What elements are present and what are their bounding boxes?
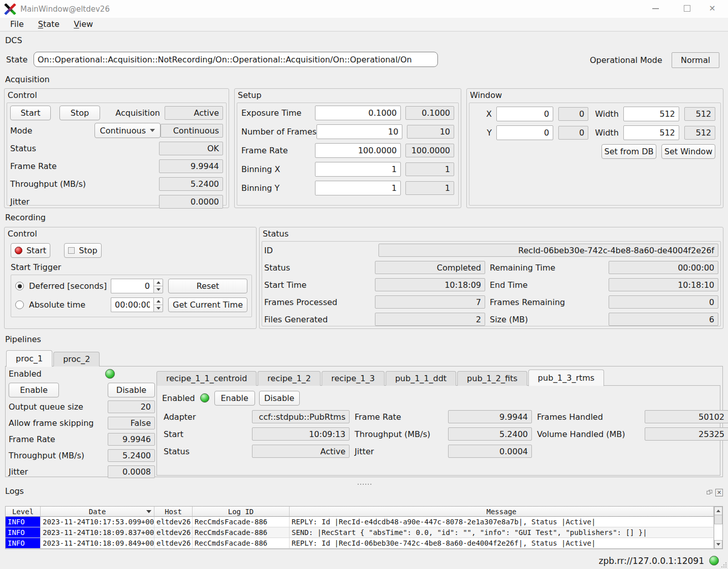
proc1-jitter-label: Jitter	[9, 467, 28, 477]
window-width2-actual: 512	[684, 126, 715, 140]
acq-status-value: OK	[159, 142, 223, 155]
logs-scrollbar[interactable]	[714, 507, 722, 549]
recording-section-label: Recording	[5, 213, 46, 222]
spin-up-icon[interactable]	[154, 298, 163, 305]
logs-header-host[interactable]: Host	[154, 507, 193, 517]
log-cell-level: INFO	[6, 527, 41, 538]
tab-proc-1[interactable]: proc_1	[6, 350, 52, 367]
remaining-time-value: 00:00:00	[609, 261, 718, 274]
minimize-icon[interactable]	[644, 0, 667, 17]
acq-acquisition-label: Acquisition	[115, 108, 160, 118]
dcs-state-field[interactable]	[34, 52, 438, 67]
start-time-value: 10:18:09	[375, 278, 485, 291]
logs-header-log-id[interactable]: Log ID	[193, 507, 290, 517]
window-x-label: X	[474, 109, 492, 119]
log-cell-date: 2023-11-24T10:17:53.099+0000	[41, 517, 154, 527]
splitter-handle[interactable]	[0, 480, 728, 485]
end-time-value: 10:18:10	[609, 278, 718, 291]
pub13-enable-button[interactable]: Enable	[214, 391, 255, 406]
proc1-disable-button[interactable]: Disable	[108, 383, 155, 397]
window-x-input[interactable]	[496, 107, 553, 121]
setup-binning-x-input[interactable]	[315, 162, 401, 177]
close-icon[interactable]: ✕	[701, 0, 724, 17]
window-y-input[interactable]	[496, 125, 553, 140]
log-cell-date: 2023-11-24T10:18:09.849+0000	[41, 538, 154, 549]
logs-float-button[interactable]	[706, 489, 713, 496]
pub13-volume-handled-value: 25325	[645, 427, 728, 441]
acq-start-button[interactable]: Start	[10, 106, 51, 120]
tab-recipe-1-1-centroid[interactable]: recipe_1_1_centroid	[156, 371, 257, 386]
tab-proc-2[interactable]: proc_2	[53, 352, 100, 366]
pub13-disable-button[interactable]: Disable	[259, 391, 300, 406]
acquisition-control-frame: Start Stop Acquisition Active Mode Conti…	[7, 103, 227, 206]
logs-header-message[interactable]: Message	[290, 507, 714, 517]
setup-row-label: Binning X	[241, 164, 280, 174]
tab-pub-1-1-ddt[interactable]: pub_1_1_ddt	[386, 371, 456, 386]
setup-frame-rate-input[interactable]	[315, 143, 401, 158]
pub13-jitter-value: 0.0004	[448, 445, 532, 458]
pub13-frame-rate-label: Frame Rate	[355, 412, 443, 422]
acq-frame-rate-value: 9.9944	[159, 159, 223, 173]
set-window-button[interactable]: Set Window	[661, 144, 715, 159]
resize-grip[interactable]	[720, 561, 726, 567]
logs-close-button[interactable]: ✕	[715, 489, 723, 496]
scroll-up-icon[interactable]	[714, 507, 722, 515]
window-width2-input[interactable]	[623, 125, 679, 140]
window-y-actual: 0	[558, 126, 588, 140]
acq-mode-label: Mode	[10, 126, 33, 136]
menubar: File State View	[0, 18, 728, 31]
set-from-db-button[interactable]: Set from DB	[602, 144, 656, 159]
setup-row-label: Frame Rate	[241, 146, 288, 155]
acquisition-setup-frame: Exposure Time 0.1000 Number of Frames 10…	[237, 103, 459, 206]
menu-view[interactable]: View	[69, 18, 98, 30]
statusbar: zpb.rr://127.0.0.1:12091	[0, 552, 728, 569]
scroll-thumb[interactable]	[714, 515, 722, 524]
scroll-down-icon[interactable]	[714, 540, 722, 549]
pub13-adapter-value: ccf::stdpub::PubRtms	[252, 410, 350, 423]
spin-up-icon[interactable]	[154, 279, 163, 286]
get-current-time-button[interactable]: Get Current Time	[168, 297, 247, 312]
proc1-throughput-label: Throughput (MB/s)	[9, 451, 84, 460]
menu-file[interactable]: File	[5, 18, 29, 30]
proc1-output-queue-label: Output queue size	[9, 402, 83, 412]
tab-recipe-1-3[interactable]: recipe_1_3	[322, 371, 385, 386]
setup-exposure-input[interactable]	[315, 106, 401, 120]
acq-mode-combobox[interactable]: Continuous	[94, 123, 161, 138]
deferred-spinbox[interactable]	[111, 279, 163, 293]
absolute-time-radio[interactable]	[15, 300, 24, 309]
setup-binning-y-input[interactable]	[315, 181, 401, 195]
deferred-radio[interactable]	[15, 282, 24, 290]
pub13-enabled-led	[200, 393, 209, 403]
size-mb-value: 6	[609, 313, 718, 326]
menu-state[interactable]: State	[33, 18, 65, 30]
acq-mode-value: Continuous	[161, 124, 223, 138]
setup-binning-x-actual: 1	[405, 162, 454, 176]
pub13-enabled-label: Enabled	[162, 393, 195, 403]
pub13-frame-rate-value: 9.9944	[448, 410, 532, 423]
acquisition-window-title: Window	[470, 90, 502, 100]
proc1-throughput-value: 5.2400	[108, 449, 155, 462]
tab-pub-1-2-fits[interactable]: pub_1_2_fits	[457, 371, 527, 386]
window-width-input[interactable]	[623, 107, 679, 121]
acq-stop-button[interactable]: Stop	[59, 106, 100, 120]
logs-header-date[interactable]: Date	[41, 507, 154, 517]
absolute-time-spinbox[interactable]	[111, 297, 163, 312]
acq-acquisition-value: Active	[165, 106, 223, 120]
log-cell-log-id: RecCmdsFacade-886	[193, 538, 290, 549]
frames-processed-value: 7	[375, 295, 485, 309]
setup-row-label: Exposure Time	[241, 108, 301, 118]
rec-stop-button[interactable]: Stop	[64, 243, 102, 258]
proc1-enable-button[interactable]: Enable	[9, 383, 59, 397]
reset-button[interactable]: Reset	[168, 279, 247, 293]
logs-dock-buttons: ✕	[706, 489, 723, 496]
setup-num-frames-input[interactable]	[316, 124, 402, 139]
spin-down-icon[interactable]	[154, 305, 163, 312]
tab-pub-1-3-rtms[interactable]: pub_1_3_rtms	[528, 370, 605, 386]
pub13-status-label: Status	[164, 447, 247, 456]
rec-start-button[interactable]: Start	[11, 243, 50, 258]
maximize-icon[interactable]	[675, 0, 699, 17]
logs-header-level[interactable]: Level	[6, 507, 41, 517]
spin-down-icon[interactable]	[154, 286, 163, 293]
deferred-label: Deferred [seconds]	[29, 281, 107, 291]
tab-recipe-1-2[interactable]: recipe_1_2	[258, 371, 321, 386]
